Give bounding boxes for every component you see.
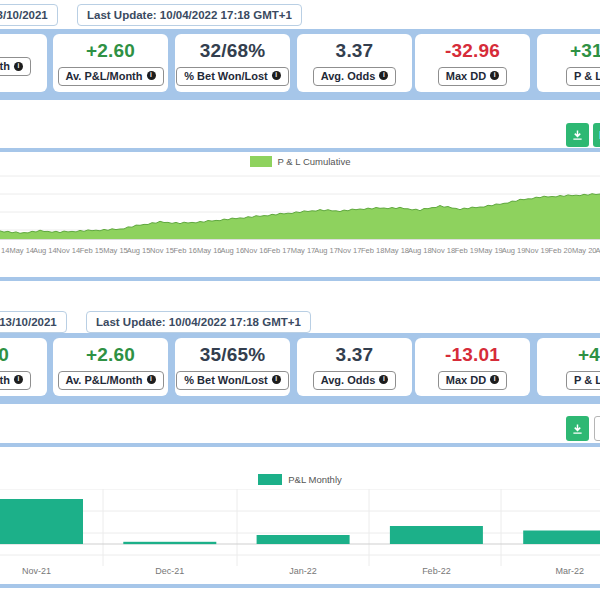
pdf-button[interactable]: P — [593, 123, 600, 147]
inception-date-badge: n Date: 13/10/2021 — [0, 4, 58, 26]
x-tick-label: Feb 18 — [361, 246, 384, 257]
x-tick-label: Jan-22 — [263, 566, 343, 576]
x-tick-label: Feb 14 — [0, 246, 9, 257]
stat-card: +2.60Av. P&L/Monthi — [53, 338, 168, 396]
stat-label: % Bet Won/Losti — [176, 371, 289, 390]
bar-Mar-22 — [523, 531, 600, 545]
stat-label-text: Max DD — [446, 70, 486, 82]
stat-label-text: Av. P&L/Month — [66, 70, 143, 82]
stat-card: +49P & Li — [537, 338, 600, 396]
info-icon[interactable]: i — [14, 375, 23, 384]
download-button[interactable] — [566, 123, 589, 147]
secondary-export-button[interactable] — [594, 416, 600, 441]
cumulative-chart-legend: P & L Cumulative — [0, 156, 600, 167]
stat-label-text: Month — [0, 374, 10, 386]
stat-label: Avg. Oddsi — [313, 67, 397, 86]
x-tick-label: May 14 — [9, 246, 32, 257]
stat-value: 0 — [0, 345, 9, 364]
stat-label-text: P & L — [574, 70, 600, 82]
stat-label-text: Avg. Odds — [321, 374, 376, 386]
cumulative-x-axis: Feb 14May 14Aug 14Nov 14Feb 15May 15Aug … — [0, 246, 600, 257]
stats-row-1: nthi+2.60Av. P&L/Monthi32/68%% Bet Won/L… — [0, 29, 600, 100]
stat-label: Avg. Oddsi — [313, 371, 397, 390]
stat-label: Av. P&L/Monthi — [58, 371, 164, 390]
stat-value: 32/68% — [200, 41, 266, 60]
x-tick-label: May 19 — [478, 246, 501, 257]
legend-swatch — [258, 474, 282, 485]
download-icon — [572, 129, 583, 141]
x-tick-label: Aug 15 — [127, 246, 150, 257]
stat-card: 35/65%% Bet Won/Losti — [175, 338, 290, 396]
x-tick-label: Nov 17 — [338, 246, 361, 257]
stat-card: +2.60Av. P&L/Monthi — [53, 34, 168, 92]
stat-card: +315.P & Li — [537, 34, 600, 92]
stat-label-text: % Bet Won/Lost — [184, 374, 268, 386]
monthly-chart-legend: P&L Monthly — [0, 474, 600, 485]
chart-toolbar-2 — [0, 416, 600, 442]
last-update-badge: Last Update: 10/04/2022 17:18 GMT+1 — [86, 311, 311, 333]
x-tick-label: Aug 20 — [595, 246, 600, 257]
info-icon[interactable]: i — [272, 71, 281, 80]
stat-label: P & Li — [566, 371, 600, 390]
x-tick-label: Feb 15 — [80, 246, 103, 257]
stat-value: +2.60 — [86, 41, 135, 60]
stat-label: Max DDi — [438, 67, 507, 86]
x-tick-label: Nov 19 — [525, 246, 548, 257]
info-icon[interactable]: i — [272, 375, 281, 384]
stat-value: 35/65% — [200, 345, 266, 364]
stat-card: 32/68%% Bet Won/Losti — [175, 34, 290, 92]
chart-toolbar-1: P — [0, 123, 600, 149]
dashboard-viewport: n Date: 13/10/2021 Last Update: 10/04/20… — [0, 0, 600, 600]
x-tick-label: Feb 19 — [455, 246, 478, 257]
stat-label: Av. P&L/Monthi — [58, 67, 164, 86]
info-icon[interactable]: i — [147, 375, 156, 384]
x-tick-label: Feb 16 — [174, 246, 197, 257]
info-icon[interactable]: i — [490, 375, 499, 384]
x-tick-label: May 20 — [572, 246, 595, 257]
stat-value: 3.37 — [336, 41, 374, 60]
x-tick-label: Aug 17 — [314, 246, 337, 257]
stat-label-text: Max DD — [446, 374, 486, 386]
info-icon[interactable]: i — [379, 71, 388, 80]
download-button[interactable] — [566, 416, 589, 441]
info-icon[interactable]: i — [147, 71, 156, 80]
last-update-badge: Last Update: 10/04/2022 17:18 GMT+1 — [77, 4, 302, 26]
info-icon[interactable]: i — [14, 62, 23, 71]
x-tick-label: Nov-21 — [0, 566, 77, 576]
stat-value: +315. — [570, 41, 600, 60]
legend-label: P & L Cumulative — [278, 156, 351, 167]
divider — [0, 148, 600, 152]
divider — [0, 584, 600, 588]
stat-label: Max DDi — [438, 371, 507, 390]
stat-label-text: nth — [0, 60, 10, 72]
x-tick-label: Nov 18 — [431, 246, 454, 257]
stat-value: 3.37 — [336, 345, 374, 364]
stat-label: P & Li — [566, 67, 600, 86]
x-tick-label: May 17 — [291, 246, 314, 257]
stat-card: -13.01Max DDi — [415, 338, 530, 396]
stat-card: 3.37Avg. Oddsi — [297, 338, 412, 396]
stat-card: 0Monthi — [0, 338, 47, 396]
download-icon — [572, 423, 583, 435]
stat-label: % Bet Won/Losti — [176, 67, 289, 86]
stat-value: +2.60 — [86, 345, 135, 364]
stat-label-text: Avg. Odds — [321, 70, 376, 82]
divider — [0, 443, 600, 447]
stat-card: 3.37Avg. Oddsi — [297, 34, 412, 92]
x-tick-label: May 16 — [197, 246, 220, 257]
stat-card: -32.96Max DDi — [415, 34, 530, 92]
bar-Dec-21 — [123, 542, 216, 544]
x-tick-label: Aug 14 — [33, 246, 56, 257]
inception-date-badge: on Date: 13/10/2021 — [0, 311, 67, 333]
bar-Feb-22 — [390, 526, 483, 544]
x-tick-label: Mar-22 — [530, 566, 600, 576]
x-tick-label: Aug 18 — [408, 246, 431, 257]
legend-label: P&L Monthly — [288, 474, 342, 485]
info-icon[interactable]: i — [379, 375, 388, 384]
divider — [0, 277, 600, 281]
x-tick-label: Dec-21 — [130, 566, 210, 576]
stat-label-text: Av. P&L/Month — [66, 374, 143, 386]
stat-label: Monthi — [0, 371, 31, 390]
info-icon[interactable]: i — [490, 71, 499, 80]
stats-row-2: 0Monthi+2.60Av. P&L/Monthi35/65%% Bet Wo… — [0, 333, 600, 404]
